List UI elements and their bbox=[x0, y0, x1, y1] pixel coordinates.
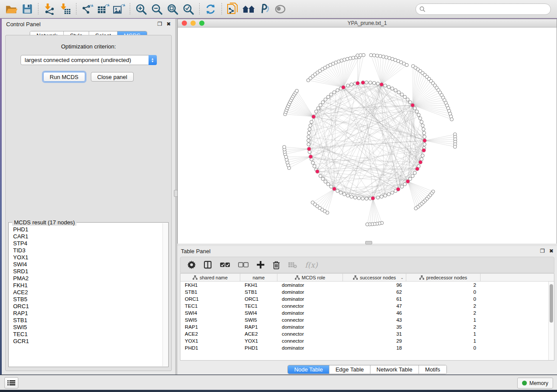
leaf-node[interactable] bbox=[349, 57, 352, 60]
ring-node[interactable] bbox=[376, 82, 380, 86]
mcds-node[interactable] bbox=[315, 169, 319, 173]
ring-node[interactable] bbox=[321, 101, 325, 104]
column-header-shared-name[interactable]: shared name bbox=[180, 274, 240, 281]
ring-node[interactable] bbox=[313, 165, 316, 168]
ring-node[interactable] bbox=[420, 120, 423, 124]
ring-node[interactable] bbox=[329, 93, 333, 96]
mcds-result-item[interactable]: RAP1 bbox=[13, 310, 163, 317]
table-settings-button[interactable] bbox=[187, 261, 196, 269]
ring-node[interactable] bbox=[329, 185, 333, 189]
ring-node[interactable] bbox=[332, 91, 336, 94]
mcds-result-item[interactable]: TEC1 bbox=[13, 331, 163, 338]
ring-node[interactable] bbox=[346, 84, 349, 87]
table-row[interactable]: TEC1TEC1connector472 bbox=[180, 303, 548, 309]
home-views-button[interactable] bbox=[241, 2, 256, 17]
table-row[interactable]: RAP1RAP1dominator352 bbox=[180, 323, 548, 330]
zoom-selected-button[interactable] bbox=[180, 2, 196, 17]
leaf-node[interactable] bbox=[376, 54, 379, 58]
mcds-result-item[interactable]: SWI5 bbox=[13, 324, 163, 331]
zoom-fit-button[interactable] bbox=[165, 2, 180, 17]
mcds-result-scrollbar[interactable] bbox=[163, 223, 168, 366]
mcds-result-item[interactable]: STB1 bbox=[13, 317, 163, 324]
column-header-predecessor-nodes[interactable]: predecessor nodes bbox=[406, 274, 481, 281]
leaf-node[interactable] bbox=[405, 63, 408, 67]
ring-node[interactable] bbox=[307, 135, 310, 139]
network-window-titlebar[interactable]: YPA_prune.txt_1 bbox=[178, 19, 557, 28]
ring-node[interactable] bbox=[339, 191, 343, 194]
ring-node[interactable] bbox=[387, 85, 391, 89]
ring-node[interactable] bbox=[394, 89, 398, 92]
ring-node[interactable] bbox=[310, 120, 313, 124]
save-session-button[interactable] bbox=[19, 2, 35, 17]
leaf-node[interactable] bbox=[366, 223, 369, 226]
ring-node[interactable] bbox=[319, 174, 322, 178]
column-header-name[interactable]: name bbox=[240, 274, 277, 281]
mcds-result-item[interactable]: STB5 bbox=[13, 296, 163, 303]
mcds-result-item[interactable]: ACE2 bbox=[13, 289, 163, 296]
mcds-result-item[interactable]: FKH1 bbox=[13, 282, 163, 289]
ring-node[interactable] bbox=[384, 84, 387, 87]
ring-node[interactable] bbox=[321, 177, 325, 181]
tab-motifs[interactable]: Motifs bbox=[419, 365, 446, 374]
leaf-node[interactable] bbox=[352, 56, 355, 60]
ring-node[interactable] bbox=[307, 131, 311, 135]
ring-node[interactable] bbox=[422, 131, 426, 135]
leaf-node[interactable] bbox=[414, 207, 418, 210]
mcds-node[interactable] bbox=[342, 86, 346, 89]
tab-node-table[interactable]: Node Table bbox=[288, 365, 329, 374]
leaf-node[interactable] bbox=[295, 89, 299, 93]
ring-node[interactable] bbox=[327, 95, 330, 99]
ring-node[interactable] bbox=[373, 81, 376, 85]
leaf-node[interactable] bbox=[453, 145, 457, 148]
ring-node[interactable] bbox=[365, 197, 368, 200]
ring-node[interactable] bbox=[350, 83, 353, 86]
ring-node[interactable] bbox=[400, 93, 404, 96]
ring-node[interactable] bbox=[413, 107, 417, 110]
leaf-node[interactable] bbox=[284, 155, 288, 159]
ring-node[interactable] bbox=[308, 127, 311, 131]
ring-node[interactable] bbox=[422, 127, 426, 131]
ring-node[interactable] bbox=[336, 189, 339, 193]
table-scrollbar[interactable] bbox=[548, 282, 554, 360]
ring-node[interactable] bbox=[400, 185, 404, 189]
mcds-result-item[interactable]: CAR1 bbox=[13, 233, 163, 240]
ring-node[interactable] bbox=[419, 117, 422, 120]
leaf-node[interactable] bbox=[369, 53, 373, 57]
show-column-button[interactable] bbox=[204, 261, 212, 269]
ring-node[interactable] bbox=[397, 91, 401, 94]
import-network-button[interactable] bbox=[42, 2, 57, 17]
mcds-node[interactable] bbox=[371, 196, 375, 200]
show-graphics-button[interactable] bbox=[272, 2, 288, 17]
criterion-dropdown[interactable]: largest connected component (undirected)… bbox=[21, 55, 157, 65]
leaf-node[interactable] bbox=[385, 56, 388, 59]
ring-node[interactable] bbox=[311, 161, 315, 165]
leaf-node[interactable] bbox=[379, 55, 382, 58]
zoom-in-button[interactable] bbox=[133, 2, 149, 17]
export-table-button[interactable] bbox=[95, 2, 111, 17]
ring-node[interactable] bbox=[343, 193, 346, 196]
ring-node[interactable] bbox=[307, 143, 310, 146]
mcds-result-item[interactable]: SWI4 bbox=[13, 261, 163, 268]
network-canvas[interactable] bbox=[178, 28, 557, 244]
mcds-result-item[interactable]: SRD1 bbox=[13, 268, 163, 275]
ring-node[interactable] bbox=[353, 196, 357, 199]
ring-node[interactable] bbox=[413, 171, 417, 175]
mcds-node[interactable] bbox=[307, 147, 311, 151]
close-panel-icon[interactable]: ✖ bbox=[549, 248, 554, 254]
delete-column-button[interactable] bbox=[273, 261, 280, 269]
close-panel-icon[interactable]: ✖ bbox=[166, 21, 171, 27]
search-field[interactable] bbox=[415, 3, 551, 15]
leaf-node[interactable] bbox=[311, 201, 315, 204]
ring-node[interactable] bbox=[380, 195, 384, 199]
leaf-node[interactable] bbox=[362, 53, 365, 57]
mcds-node[interactable] bbox=[356, 81, 360, 85]
mcds-node[interactable] bbox=[311, 115, 315, 119]
ring-node[interactable] bbox=[365, 81, 368, 84]
ring-node[interactable] bbox=[319, 103, 322, 107]
ring-node[interactable] bbox=[327, 182, 330, 186]
leaf-node[interactable] bbox=[450, 118, 453, 121]
add-column-button[interactable] bbox=[256, 261, 265, 269]
mcds-result-item[interactable]: YOX1 bbox=[13, 254, 163, 261]
deselect-all-button[interactable] bbox=[238, 262, 249, 268]
hide-graphics-button[interactable] bbox=[256, 2, 272, 17]
